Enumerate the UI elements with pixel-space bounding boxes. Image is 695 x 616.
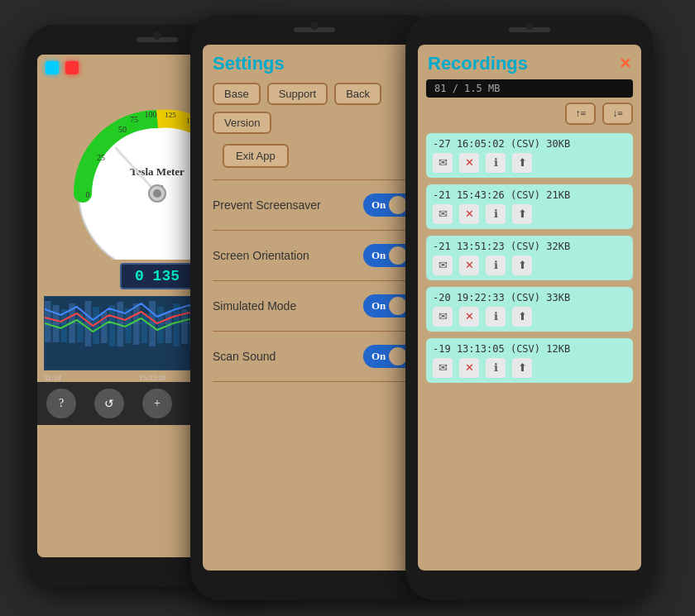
svg-rect-31 [133, 303, 140, 345]
recording-item-2: -21 13:51:23 (CSV) 32KB ✉ ✕ ℹ ⬆ [426, 236, 633, 280]
svg-rect-28 [109, 305, 116, 346]
phone-screen-middle: Settings ✕ Base Support Back Version Exi… [203, 45, 426, 571]
recording-mail-3[interactable]: ✉ [433, 307, 453, 327]
settings-title: Settings [213, 53, 285, 74]
settings-tabs: Base Support Back Version [203, 79, 426, 137]
svg-text:50: 50 [118, 125, 127, 134]
settings-divider-2 [213, 230, 416, 231]
svg-text:25: 25 [97, 153, 105, 162]
recordings-info-bar: 81 / 1.5 MB [426, 79, 633, 98]
svg-rect-21 [53, 305, 60, 342]
svg-rect-33 [149, 301, 156, 346]
recording-mail-1[interactable]: ✉ [433, 204, 453, 224]
recording-mail-2[interactable]: ✉ [433, 255, 453, 275]
recording-info-2[interactable]: ℹ [486, 255, 506, 275]
recording-share-3[interactable]: ⬆ [512, 307, 532, 327]
settings-item-screensaver: Prevent Screensaver On [203, 185, 426, 225]
svg-rect-35 [165, 312, 172, 343]
recording-item-0: -27 16:05:02 (CSV) 30KB ✉ ✕ ℹ ⬆ [426, 133, 633, 178]
recording-title-2: -21 13:51:23 (CSV) 32KB [433, 241, 626, 252]
recording-info-3[interactable]: ℹ [486, 307, 506, 327]
svg-text:100: 100 [145, 110, 157, 119]
simulated-toggle-label: On [371, 299, 386, 313]
tab-version[interactable]: Version [213, 112, 271, 134]
add-button[interactable]: + [142, 389, 172, 418]
phone-bottom-bar-right [405, 571, 654, 600]
indicator-blue [46, 61, 59, 74]
tab-back[interactable]: Back [334, 83, 381, 105]
recording-share-0[interactable]: ⬆ [512, 153, 532, 173]
settings-divider-5 [213, 381, 416, 382]
screensaver-toggle-label: On [371, 198, 386, 212]
recording-item-3: -20 19:22:33 (CSV) 33KB ✉ ✕ ℹ ⬆ [426, 287, 633, 332]
recording-mail-0[interactable]: ✉ [433, 153, 453, 173]
recording-share-4[interactable]: ⬆ [512, 358, 532, 378]
refresh-button[interactable]: ↺ [94, 389, 124, 418]
recordings-header: Recordings ✕ [418, 45, 641, 79]
sort-asc-button[interactable]: ↑≡ [565, 103, 596, 125]
recording-actions-2: ✉ ✕ ℹ ⬆ [433, 255, 626, 275]
settings-divider-1 [213, 179, 416, 180]
recording-actions-0: ✉ ✕ ℹ ⬆ [433, 153, 626, 173]
phone-camera-left [153, 31, 161, 40]
svg-text:125: 125 [165, 111, 176, 119]
orientation-label: Screen Orientation [213, 249, 309, 262]
recording-share-2[interactable]: ⬆ [512, 255, 532, 275]
phone-top-bar-middle [190, 15, 439, 45]
svg-rect-34 [157, 307, 164, 343]
recordings-close-button[interactable]: ✕ [619, 55, 631, 73]
svg-text:75: 75 [130, 115, 138, 124]
phone-bottom-bar-middle [190, 571, 439, 600]
settings-divider-4 [213, 331, 416, 332]
orientation-toggle-label: On [371, 249, 386, 262]
recording-delete-2[interactable]: ✕ [459, 255, 479, 275]
recording-delete-3[interactable]: ✕ [459, 307, 479, 327]
recording-info-4[interactable]: ℹ [486, 358, 506, 378]
exit-app-button[interactable]: Exit App [223, 144, 289, 168]
settings-item-sound: Scan Sound On [203, 337, 426, 376]
phone-top-bar-right [405, 15, 654, 45]
recording-delete-4[interactable]: ✕ [459, 358, 479, 378]
recording-info-1[interactable]: ℹ [486, 204, 506, 224]
svg-point-18 [153, 189, 161, 198]
help-button[interactable]: ? [46, 389, 76, 418]
phone-right: Recordings ✕ 81 / 1.5 MB ↑≡ ↓≡ -27 16:05… [405, 15, 654, 600]
tab-support[interactable]: Support [267, 83, 328, 105]
recording-delete-1[interactable]: ✕ [459, 204, 479, 224]
sound-label: Scan Sound [213, 350, 276, 363]
settings-divider-3 [213, 280, 416, 281]
recordings-screen: Recordings ✕ 81 / 1.5 MB ↑≡ ↓≡ -27 16:05… [418, 45, 641, 571]
phone-camera-right [525, 21, 534, 30]
recording-item-4: -19 13:13:05 (CSV) 12KB ✉ ✕ ℹ ⬆ [426, 338, 633, 383]
phone-camera-middle [310, 21, 319, 30]
simulated-label: Simulated Mode [213, 299, 296, 313]
recordings-toolbar: ↑≡ ↓≡ [418, 98, 641, 130]
gauge-digital-display: 0 135 [120, 263, 194, 289]
recording-info-0[interactable]: ℹ [486, 153, 506, 173]
settings-item-simulated: Simulated Mode On [203, 286, 426, 326]
svg-text:0: 0 [86, 190, 90, 199]
recording-actions-1: ✉ ✕ ℹ ⬆ [433, 204, 626, 224]
phone-middle: Settings ✕ Base Support Back Version Exi… [190, 15, 439, 600]
screensaver-label: Prevent Screensaver [213, 198, 321, 212]
settings-screen: Settings ✕ Base Support Back Version Exi… [203, 45, 426, 571]
recording-item-1: -21 15:43:26 (CSV) 21KB ✉ ✕ ℹ ⬆ [426, 184, 633, 229]
tab-base[interactable]: Base [213, 83, 261, 105]
sort-desc-button[interactable]: ↓≡ [602, 103, 633, 125]
recording-delete-0[interactable]: ✕ [459, 153, 479, 173]
scene: 0 25 50 75 100 125 150 175 200 225 250+ [0, 0, 695, 616]
settings-header: Settings ✕ [203, 45, 426, 79]
phone-screen-right: Recordings ✕ 81 / 1.5 MB ↑≡ ↓≡ -27 16:05… [418, 45, 641, 571]
recording-mail-4[interactable]: ✉ [433, 358, 453, 378]
indicator-red [65, 61, 79, 74]
chart-time-1: 32:18 [44, 374, 61, 382]
settings-item-orientation: Screen Orientation On [203, 236, 426, 275]
chart-time-2: 15:32:20 [139, 374, 165, 382]
recordings-title: Recordings [428, 53, 528, 74]
recording-title-4: -19 13:13:05 (CSV) 12KB [433, 343, 626, 355]
recording-actions-3: ✉ ✕ ℹ ⬆ [433, 307, 626, 327]
recording-title-0: -27 16:05:02 (CSV) 30KB [433, 138, 626, 150]
sound-toggle-label: On [371, 350, 386, 363]
recording-title-3: -20 19:22:33 (CSV) 33KB [433, 292, 626, 303]
recording-share-1[interactable]: ⬆ [512, 204, 532, 224]
